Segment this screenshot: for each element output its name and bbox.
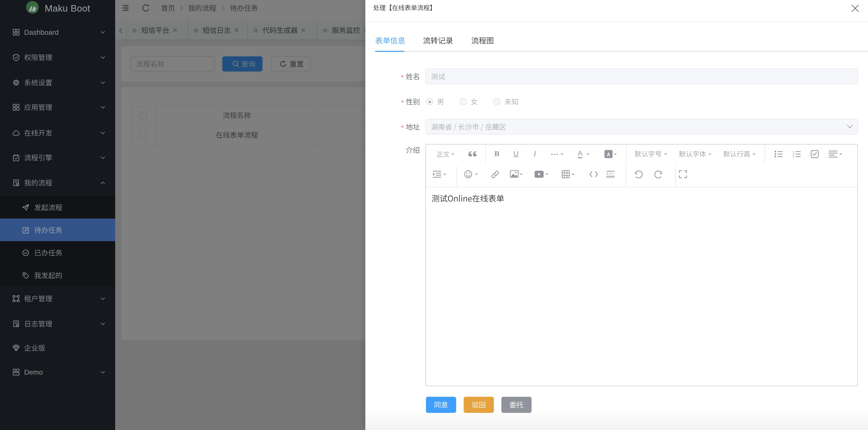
svg-text:3: 3 (793, 155, 794, 157)
